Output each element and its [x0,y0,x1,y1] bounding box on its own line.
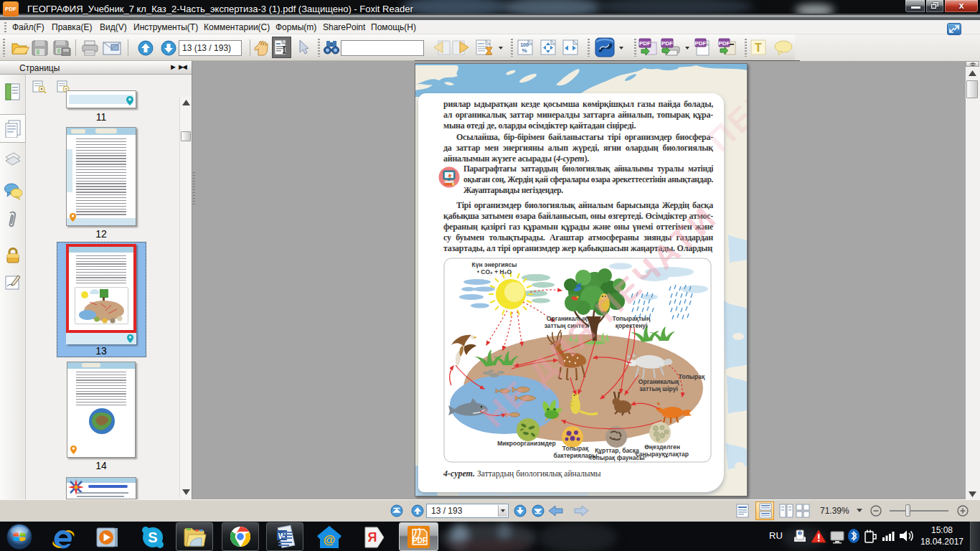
svg-text:PDF: PDF [413,537,427,545]
svg-text:PDF: PDF [661,40,673,47]
svg-text:Топырақ: Топырақ [562,445,589,452]
svg-text:PDF: PDF [719,40,730,47]
svg-text:• CO₂ + H₂O: • CO₂ + H₂O [477,268,512,276]
svg-text:PDF: PDF [695,40,707,47]
svg-text:@: @ [324,533,336,547]
svg-text:S: S [148,529,157,545]
svg-text:Микроорганизмдер: Микроорганизмдер [497,440,556,447]
svg-text:%: % [522,47,527,54]
svg-text:Органикалық: Органикалық [639,378,679,385]
svg-text:PDF: PDF [639,40,651,47]
svg-text:саңырауқұлақтар: саңырауқұлақтар [636,451,689,458]
svg-text:Күн энергиясы: Күн энергиясы [472,261,517,268]
svg-text:100: 100 [520,42,529,47]
svg-text:Топырақ: Топырақ [679,373,705,380]
svg-text:Құрттар, басқа: Құрттар, басқа [595,447,639,454]
svg-text:заттың шіруі: заттың шіруі [639,385,678,392]
svg-text:T: T [755,42,762,54]
svg-text:Өңезделген: Өңезделген [644,443,680,451]
svg-text:Я: Я [368,530,377,545]
